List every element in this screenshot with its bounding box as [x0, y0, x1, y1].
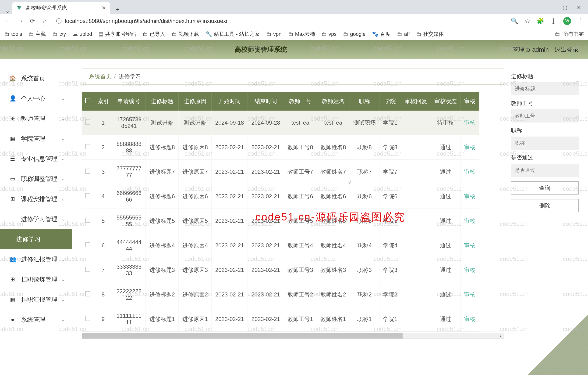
close-window-icon[interactable]: ✕: [577, 5, 581, 11]
row-checkbox[interactable]: [85, 193, 90, 198]
sidebar-item[interactable]: ▦挂职汇报管理⌄: [0, 289, 72, 309]
bookmark-item[interactable]: ☁uplod: [73, 31, 92, 37]
table-container: 索引申请编号进修标题进修原因开始时间结束时间教师工号教师姓名职称学院审核回复审核…: [82, 92, 504, 332]
bookmark-item[interactable]: 🔧站长工具 - 站长之家: [206, 31, 260, 38]
table-row[interactable]: 91111111111进修标题1进修原因12023-02-212023-02-2…: [82, 307, 479, 331]
new-tab-button[interactable]: +: [113, 5, 122, 14]
bookmark-item[interactable]: 🗀aff: [397, 31, 410, 37]
close-tab-icon[interactable]: ✕: [102, 5, 106, 11]
table-row[interactable]: 64444444444进修标题4进修原因42023-02-212023-02-2…: [82, 233, 479, 258]
scroll-right-icon[interactable]: ▸: [498, 333, 504, 339]
scrollbar-thumb[interactable]: [82, 333, 403, 339]
horizontal-scrollbar[interactable]: ◂ ▸: [82, 333, 504, 339]
sidebar-item[interactable]: 🏠系统首页: [0, 68, 72, 88]
row-checkbox[interactable]: [85, 218, 90, 223]
table-cell: 进修标题6: [146, 184, 179, 209]
menu-icon[interactable]: ⋮: [578, 17, 584, 24]
bookmark-item[interactable]: 🗀txy: [52, 31, 66, 37]
table-cell: 8: [94, 282, 112, 307]
sidebar-item[interactable]: ✈教师管理⌄: [0, 109, 72, 129]
url-field[interactable]: ⓘ localhost:8080/springbootqn9fs/admin/d…: [53, 16, 502, 26]
bookmark-item[interactable]: 🗀已导入: [143, 31, 165, 38]
bookmark-item[interactable]: 🗀视频下载: [172, 31, 199, 38]
sidebar-item[interactable]: ⊞挂职锻炼管理⌄: [0, 269, 72, 289]
sidebar-item[interactable]: ≡进修学习管理⌄: [0, 209, 72, 229]
bookmark-item[interactable]: 🗀宝藏: [29, 31, 46, 38]
row-checkbox[interactable]: [85, 169, 90, 174]
bookmark-item[interactable]: 🗀vpn: [266, 31, 281, 37]
bookmark-item[interactable]: 🗀vps: [322, 31, 336, 37]
audit-link[interactable]: 审核: [464, 242, 475, 249]
table-cell: 职称7: [350, 160, 379, 184]
table-row[interactable]: 82222222222进修标题2进修原因22023-02-212023-02-2…: [82, 282, 479, 307]
sidebar-icon: ☰: [9, 155, 16, 162]
audit-link[interactable]: 审核: [464, 218, 475, 224]
audit-link[interactable]: 审核: [464, 267, 475, 273]
sidebar-item[interactable]: ▦学院管理⌄: [0, 129, 72, 149]
audit-link[interactable]: 审核: [464, 291, 475, 298]
sidebar-item[interactable]: ⊞课程安排管理⌄: [0, 189, 72, 209]
filter-tid-input[interactable]: [511, 110, 579, 122]
query-button[interactable]: 查询: [511, 181, 579, 195]
sidebar-item[interactable]: ▭职称调整管理⌄: [0, 169, 72, 189]
bookmark-item[interactable]: 🐾百度: [372, 31, 390, 38]
bookmark-item[interactable]: ▤共享账号密码: [99, 31, 136, 38]
sidebar-item[interactable]: 进修学习: [0, 229, 72, 249]
app-title: 高校师资管理系统: [235, 45, 287, 54]
row-checkbox[interactable]: [85, 316, 90, 321]
table-row[interactable]: 55555555555进修标题5进修原因52023-02-212023-02-2…: [82, 209, 479, 233]
app-header: 高校师资管理系统 管理员 admin 退出登录: [0, 40, 588, 59]
audit-link[interactable]: 审核: [464, 316, 475, 322]
all-bookmarks-label[interactable]: 所有书签: [563, 31, 584, 38]
bookmark-label: 宝藏: [35, 31, 46, 38]
table-cell: 教师工号6: [284, 184, 317, 209]
table-row[interactable]: 73333333333进修标题3进修原因32023-02-212023-02-2…: [82, 258, 479, 282]
table-row[interactable]: 46666666666进修标题6进修原因62023-02-212023-02-2…: [82, 184, 479, 209]
browser-tab[interactable]: 高校师资管理系统 ✕: [12, 2, 110, 14]
bookmark-item[interactable]: 🗀tools: [4, 31, 22, 37]
home-icon[interactable]: ⌂: [41, 17, 49, 24]
bookmark-item[interactable]: 🗀社交媒体: [416, 31, 444, 38]
audit-link[interactable]: 审核: [464, 144, 475, 150]
filter-rank-input[interactable]: [511, 137, 579, 150]
table-cell: 学院8: [379, 135, 401, 160]
back-icon[interactable]: ←: [4, 17, 12, 24]
row-checkbox[interactable]: [85, 120, 90, 125]
row-checkbox[interactable]: [85, 267, 90, 272]
extensions-icon[interactable]: 🧩: [537, 17, 544, 24]
bookmark-item[interactable]: 🗀Max云梯: [288, 31, 315, 38]
minimize-icon[interactable]: —: [548, 5, 553, 11]
bookmark-item[interactable]: 🗀google: [343, 31, 366, 37]
sidebar-item[interactable]: 👤个人中心⌄: [0, 88, 72, 109]
audit-link[interactable]: 审核: [464, 193, 475, 199]
filter-title-input[interactable]: [511, 82, 579, 95]
sidebar-item[interactable]: 👥进修汇报管理⌄: [0, 249, 72, 269]
filter-pass-input[interactable]: [511, 164, 579, 177]
audit-link[interactable]: 审核: [464, 120, 475, 126]
table-row[interactable]: 37777777777进修标题7进修原因72023-02-212023-02-2…: [82, 160, 479, 184]
audit-link[interactable]: 审核: [464, 169, 475, 175]
sidebar-label: 进修汇报管理: [21, 255, 57, 264]
profile-avatar[interactable]: W: [563, 17, 571, 25]
table-row[interactable]: 28888888888进修标题8进修原因82023-02-212023-02-2…: [82, 135, 479, 160]
zoom-icon[interactable]: 🔍: [511, 17, 518, 24]
site-info-icon[interactable]: ⓘ: [56, 17, 62, 25]
row-checkbox[interactable]: [85, 144, 90, 149]
star-icon[interactable]: ☆: [525, 17, 530, 24]
row-checkbox[interactable]: [85, 242, 90, 247]
table-cell: 2023-02-21: [211, 282, 248, 307]
logout-link[interactable]: 退出登录: [554, 45, 579, 54]
downloads-icon[interactable]: ⭳: [551, 17, 557, 24]
table-cell: [401, 184, 430, 209]
row-checkbox[interactable]: [85, 291, 90, 297]
forward-icon[interactable]: →: [16, 17, 24, 24]
breadcrumb-home[interactable]: 系统首页: [89, 73, 111, 80]
tab-list-chevron-icon[interactable]: ⌄: [3, 8, 12, 14]
sidebar-item[interactable]: ●系统管理⌄: [0, 309, 72, 330]
table-row[interactable]: 11726573985241测试进修测试进修2024-09-182024-09-…: [82, 110, 479, 135]
sidebar-item[interactable]: ☰专业信息管理⌄: [0, 149, 72, 169]
reload-icon[interactable]: ⟳: [29, 17, 36, 24]
delete-button[interactable]: 删除: [511, 199, 579, 212]
select-all-checkbox[interactable]: [85, 98, 90, 103]
maximize-icon[interactable]: ▢: [563, 5, 567, 11]
